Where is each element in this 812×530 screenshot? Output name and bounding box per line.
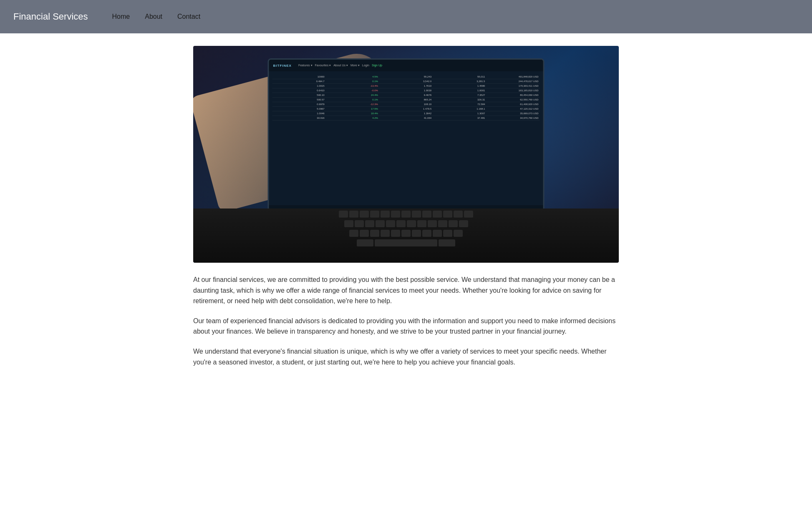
tablet-nav-item: Login [362,64,369,67]
table-cell: 1.7610 [379,85,433,87]
table-cell: 500.10 [272,94,326,96]
table-row: 0.6410 -0.0% 1.0030 1.0001 163,165,810 U… [272,88,540,93]
table-cell: 41.064 [379,117,433,119]
table-cell: 1.168.1 [433,108,486,110]
table-cell: 4.2% [326,117,379,119]
table-row: 1.0046 18.4% 1.3942 1.3007 35,669,073 US… [272,111,540,116]
paragraph-3: We understand that everyone's financial … [193,346,619,367]
tablet-nav-item: More ▾ [351,64,360,67]
key [360,211,369,218]
table-cell: 163,165,810 USD [486,89,540,92]
keyboard-row [193,211,619,218]
nav-link-contact[interactable]: Contact [170,9,208,25]
key [339,211,348,218]
main-content: BITFINEX Features ▾ Favourites ▾ About U… [185,33,627,392]
table-cell: 170,303,411 USD [486,85,540,87]
keyboard-row [193,230,619,237]
tablet-nav-item: Favourites ▾ [315,64,331,67]
table-cell: 491,848,820 USD [486,75,540,78]
tablet-body: 10000 4.5% 55,243 55,011 491,848,820 USD… [269,71,543,205]
key [376,220,385,228]
hero-image: BITFINEX Features ▾ Favourites ▾ About U… [193,46,619,263]
table-cell: 1.4580 [433,85,486,87]
table-cell: 35,669,073 USD [486,112,540,115]
table-cell: 108.10 [379,103,433,105]
key [459,220,468,228]
table-row: 1.0015 -13.4% 1.7610 1.4580 170,303,411 … [272,84,540,88]
table-cell: 0.9979 [272,103,326,105]
key [443,211,452,218]
table-row: 30.016 4.2% 41.064 37.481 34,670,760 USD [272,116,540,121]
table-row: 0.9979 -12.3% 108.10 72.584 61,408,920 U… [272,102,540,107]
brand-logo[interactable]: Financial Services [13,11,88,22]
table-row: 500.57 0.1% 865.24 326.31 62,550,760 USD [272,98,540,102]
key-spacebar [375,239,437,247]
nav-item-contact[interactable]: Contact [170,9,208,25]
key [349,230,358,237]
table-cell: 55,243 [379,75,433,78]
nav-item-about[interactable]: About [137,9,170,25]
table-cell: 30.016 [272,117,326,119]
table-cell: 244,478,617 USD [486,80,540,83]
nav-link-about[interactable]: About [137,9,170,25]
key [433,211,442,218]
key [370,230,379,237]
table-cell: 500.57 [272,98,326,101]
key [433,230,442,237]
table-cell: 0.1% [326,98,379,101]
table-cell: -13.4% [326,85,379,87]
key [401,211,411,218]
table-cell: 1.0015 [272,85,326,87]
key [360,230,369,237]
table-cell: 1.479.5 [379,108,433,110]
nav-item-home[interactable]: Home [105,9,138,25]
tablet-nav-links: Features ▾ Favourites ▾ About Us ▾ More … [298,64,382,67]
table-cell: 0.1% [326,80,379,83]
tablet-nav-item: Sign Up [372,64,382,67]
key [439,239,455,247]
key [349,211,358,218]
key [438,220,447,228]
data-table: 10000 4.5% 55,243 55,011 491,848,820 USD… [272,75,540,121]
key [386,220,395,228]
table-row: 500.10 24.4% 9.4676 7.3527 80,454,060 US… [272,93,540,98]
table-cell: 17.5% [326,108,379,110]
table-cell: 10000 [272,75,326,78]
table-row: 0.494.7 0.1% 3,542.0 3,281.5 244,478,617… [272,79,540,84]
table-cell: 1.3007 [433,112,486,115]
table-row: 10000 4.5% 55,243 55,011 491,848,820 USD [272,75,540,79]
key [417,220,426,228]
key [381,230,390,237]
key [370,211,379,218]
table-cell: 1.3942 [379,112,433,115]
table-row: 5.0967 17.5% 1.479.5 1.168.1 47,120,312 … [272,107,540,111]
table-cell: 3,542.0 [379,80,433,83]
table-cell: 34,670,760 USD [486,117,540,119]
key [454,230,463,237]
table-cell: 0.6410 [272,89,326,92]
table-cell: 5.0967 [272,108,326,110]
table-cell: 72.584 [433,103,486,105]
key [391,230,400,237]
table-cell: 55,011 [433,75,486,78]
table-cell: 62,550,760 USD [486,98,540,101]
table-cell: 61,408,920 USD [486,103,540,105]
key [391,211,400,218]
key [422,230,431,237]
key [412,211,421,218]
table-cell: 3,281.5 [433,80,486,83]
key [449,220,458,228]
tablet-screen: BITFINEX Features ▾ Favourites ▾ About U… [268,58,545,221]
nav-link-home[interactable]: Home [105,9,138,25]
key [407,220,416,228]
table-cell: -12.3% [326,103,379,105]
table-cell: 47,120,312 USD [486,108,540,110]
nav-links: Home About Contact [105,9,208,25]
key [412,230,421,237]
key [381,211,390,218]
table-cell: 0.494.7 [272,80,326,83]
table-cell: 9.4676 [379,94,433,96]
table-cell: 18.4% [326,112,379,115]
table-cell: 7.3527 [433,94,486,96]
table-cell: 1.0046 [272,112,326,115]
